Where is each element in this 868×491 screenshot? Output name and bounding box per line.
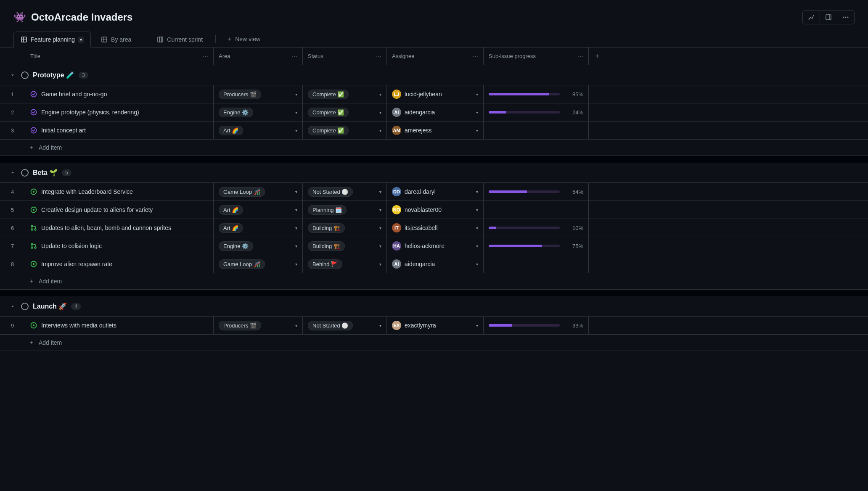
assignee-cell[interactable]: EXexactlymyra▾: [387, 317, 484, 334]
add-item-button[interactable]: ＋Add item: [0, 140, 868, 156]
status-cell[interactable]: Not Started ⚪▾: [303, 183, 387, 201]
chevron-down-icon[interactable]: ▾: [295, 323, 297, 328]
status-cell[interactable]: Building 🏗️▾: [303, 237, 387, 255]
tab-current-sprint[interactable]: Current sprint: [150, 32, 209, 47]
chevron-down-icon[interactable]: ▾: [379, 262, 381, 267]
status-cell[interactable]: Planning 🗓️▾: [303, 201, 387, 219]
assignee-cell[interactable]: AMamerejess▾: [387, 121, 484, 139]
tab-options-caret[interactable]: ▾: [78, 37, 84, 43]
chevron-down-icon[interactable]: ▾: [295, 226, 297, 230]
area-cell[interactable]: Engine ⚙️▾: [214, 103, 303, 121]
chevron-down-icon[interactable]: ▾: [379, 323, 381, 328]
table-row[interactable]: 4Integrate with Leaderboard ServiceGame …: [0, 183, 868, 201]
area-cell[interactable]: Producers 🎬▾: [214, 85, 303, 103]
assignee-cell[interactable]: DDdareal-daryl▾: [387, 183, 484, 201]
title-cell[interactable]: Interviews with media outlets: [25, 317, 214, 334]
chevron-down-icon[interactable]: ▾: [379, 128, 381, 133]
chevron-down-icon[interactable]: ▾: [295, 128, 297, 133]
chevron-down-icon[interactable]: ▾: [295, 190, 297, 194]
table-row[interactable]: 9Interviews with media outletsProducers …: [0, 317, 868, 335]
title-cell[interactable]: Updates to alien, beam, bomb and cannon …: [25, 219, 214, 237]
chevron-down-icon[interactable]: ▾: [379, 92, 381, 97]
status-cell[interactable]: Building 🏗️▾: [303, 219, 387, 237]
assignee-cell[interactable]: LJlucid-jellybean▾: [387, 85, 484, 103]
chevron-down-icon[interactable]: ▾: [476, 244, 478, 248]
chevron-down-icon[interactable]: ▾: [379, 244, 381, 248]
chevron-down-icon[interactable]: ▾: [476, 262, 478, 267]
chevron-down-icon[interactable]: ▾: [476, 323, 478, 328]
column-header-status[interactable]: Status ⋯: [303, 48, 387, 65]
area-cell[interactable]: Art 🌈▾: [214, 219, 303, 237]
status-cell[interactable]: Behind 🚩▾: [303, 255, 387, 273]
chevron-down-icon[interactable]: ▾: [476, 208, 478, 212]
title-cell[interactable]: Integrate with Leaderboard Service: [25, 183, 214, 201]
title-cell[interactable]: Initial concept art: [25, 121, 214, 139]
area-cell[interactable]: Game Loop 🎢▾: [214, 183, 303, 201]
status-cell[interactable]: Complete ✅▾: [303, 85, 387, 103]
table-scroll-area[interactable]: Title ⋯ Area ⋯ Status ⋯ Assignee ⋯ Sub-i…: [0, 48, 868, 484]
table-row[interactable]: 7Update to colision logicEngine ⚙️▾Build…: [0, 237, 868, 255]
status-cell[interactable]: Not Started ⚪▾: [303, 317, 387, 334]
chevron-down-icon[interactable]: ▾: [295, 110, 297, 115]
table-row[interactable]: 3Initial concept artArt 🌈▾Complete ✅▾AMa…: [0, 121, 868, 140]
chevron-down-icon[interactable]: ▾: [295, 92, 297, 97]
title-cell[interactable]: Improve alien respawn rate: [25, 255, 214, 273]
collapse-chevron-icon[interactable]: [10, 170, 17, 175]
table-row[interactable]: 2Engine prototype (physics, rendering)En…: [0, 103, 868, 121]
column-menu-icon[interactable]: ⋯: [203, 53, 208, 59]
title-cell[interactable]: Creative design update to aliens for var…: [25, 201, 214, 219]
tab-feature-planning[interactable]: Feature planning ▾: [13, 32, 91, 48]
table-row[interactable]: 8Improve alien respawn rateGame Loop 🎢▾B…: [0, 255, 868, 273]
chevron-down-icon[interactable]: ▾: [476, 226, 478, 230]
assignee-cell[interactable]: NOnovablaster00▾: [387, 201, 484, 219]
chevron-down-icon[interactable]: ▾: [476, 110, 478, 115]
status-cell[interactable]: Complete ✅▾: [303, 121, 387, 139]
assignee-cell[interactable]: AIaidengarcia▾: [387, 103, 484, 121]
tab-by-area[interactable]: By area: [94, 32, 138, 47]
table-row[interactable]: 5Creative design update to aliens for va…: [0, 201, 868, 219]
area-cell[interactable]: Game Loop 🎢▾: [214, 255, 303, 273]
title-cell[interactable]: Game brief and go-no-go: [25, 85, 214, 103]
area-cell[interactable]: Art 🌈▾: [214, 201, 303, 219]
insights-button[interactable]: [803, 11, 820, 24]
table-row[interactable]: 1Game brief and go-no-goProducers 🎬▾Comp…: [0, 85, 868, 103]
column-header-area[interactable]: Area ⋯: [214, 48, 303, 65]
title-cell[interactable]: Engine prototype (physics, rendering): [25, 103, 214, 121]
assignee-cell[interactable]: ITitsjessicabell▾: [387, 219, 484, 237]
column-header-assignee[interactable]: Assignee ⋯: [387, 48, 484, 65]
chevron-down-icon[interactable]: ▾: [476, 128, 478, 133]
area-cell[interactable]: Art 🌈▾: [214, 121, 303, 139]
title-cell[interactable]: Update to colision logic: [25, 237, 214, 255]
chevron-down-icon[interactable]: ▾: [476, 92, 478, 97]
more-options-button[interactable]: [837, 11, 854, 24]
chevron-down-icon[interactable]: ▾: [295, 262, 297, 267]
column-menu-icon[interactable]: ⋯: [473, 53, 478, 59]
assignee-cell[interactable]: AIaidengarcia▾: [387, 255, 484, 273]
status-cell[interactable]: Complete ✅▾: [303, 103, 387, 121]
svg-point-20: [33, 209, 34, 211]
column-header-title[interactable]: Title ⋯: [25, 48, 214, 65]
assignee-cell[interactable]: HAhelios-ackmore▾: [387, 237, 484, 255]
area-cell[interactable]: Producers 🎬▾: [214, 317, 303, 334]
area-cell[interactable]: Engine ⚙️▾: [214, 237, 303, 255]
collapse-chevron-icon[interactable]: [10, 73, 17, 78]
add-item-button[interactable]: ＋Add item: [0, 335, 868, 351]
add-item-button[interactable]: ＋Add item: [0, 273, 868, 290]
column-menu-icon[interactable]: ⋯: [376, 53, 381, 59]
chevron-down-icon[interactable]: ▾: [295, 208, 297, 212]
add-column-button[interactable]: ＋: [589, 48, 606, 65]
pull-request-icon: [30, 243, 37, 249]
column-menu-icon[interactable]: ⋯: [292, 53, 297, 59]
chevron-down-icon[interactable]: ▾: [295, 244, 297, 248]
panel-toggle-button[interactable]: [820, 11, 837, 24]
column-header-progress[interactable]: Sub-issue progress ⋯: [484, 48, 589, 65]
table-row[interactable]: 6Updates to alien, beam, bomb and cannon…: [0, 219, 868, 237]
chevron-down-icon[interactable]: ▾: [379, 110, 381, 115]
chevron-down-icon[interactable]: ▾: [379, 190, 381, 194]
chevron-down-icon[interactable]: ▾: [379, 226, 381, 230]
new-view-button[interactable]: ＋ New view: [222, 31, 265, 47]
chevron-down-icon[interactable]: ▾: [379, 208, 381, 212]
collapse-chevron-icon[interactable]: [10, 304, 17, 309]
chevron-down-icon[interactable]: ▾: [476, 190, 478, 194]
column-menu-icon[interactable]: ⋯: [578, 53, 583, 59]
